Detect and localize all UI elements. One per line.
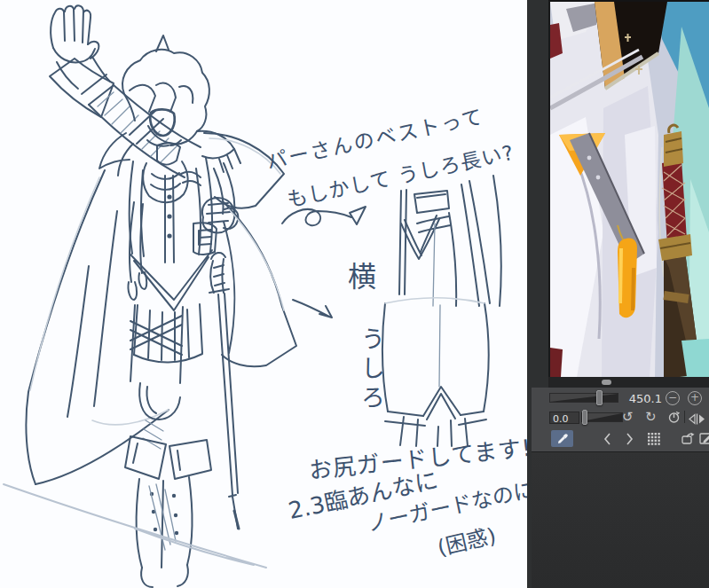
annotation-label-side-view: 横: [348, 254, 376, 294]
annotation-label-back-view: うしろ: [354, 326, 389, 414]
subview-horizontal-scrollbar[interactable]: [548, 377, 709, 388]
drawing-canvas[interactable]: パーさんのベストって もしかして うしろ長い? 横 うしろ お尻ガードしてます!…: [0, 0, 527, 588]
subview-controls: 450.1 − + 0.0 ↺ ↻: [532, 388, 709, 451]
grid-icon: [648, 433, 660, 445]
rotate-ccw-button[interactable]: ↺: [622, 411, 634, 424]
rotation-slider-handle[interactable]: [582, 410, 587, 425]
edit-icon: [699, 431, 709, 445]
reset-rotation-icon: [667, 411, 681, 424]
flip-horizontal-icon: [689, 413, 705, 425]
reset-rotation-button[interactable]: [667, 411, 681, 427]
paint-app-window: パーさんのベストって もしかして うしろ長い? 横 うしろ お尻ガードしてます!…: [0, 0, 709, 588]
edit-image-button[interactable]: [699, 431, 709, 449]
zoom-slider-handle[interactable]: [596, 390, 603, 405]
reference-artwork: [550, 2, 709, 377]
subview-reference-image[interactable]: [548, 0, 709, 377]
eyedropper-icon: [556, 433, 569, 445]
eyedropper-button[interactable]: [551, 430, 573, 447]
zoom-slider[interactable]: [549, 393, 618, 403]
scrollbar-thumb[interactable]: [602, 380, 611, 385]
subview-palette: 450.1 − + 0.0 ↺ ↻: [527, 0, 709, 588]
zoom-value: 450.1: [626, 392, 662, 405]
next-image-button[interactable]: [626, 432, 634, 449]
import-canvas-icon: [681, 431, 695, 445]
previous-image-button[interactable]: [603, 432, 611, 449]
flip-horizontal-button[interactable]: [689, 412, 705, 428]
zoom-in-button[interactable]: +: [688, 391, 702, 405]
import-to-canvas-button[interactable]: [681, 431, 695, 449]
zoom-out-button[interactable]: −: [666, 391, 680, 405]
rotation-input[interactable]: 0.0: [549, 412, 579, 424]
palette-empty-area: [532, 451, 709, 588]
rotate-cw-button[interactable]: ↻: [645, 411, 657, 424]
rotation-slider[interactable]: [581, 412, 623, 422]
chevron-left-icon: [603, 433, 611, 445]
thumbnail-grid-button[interactable]: [648, 432, 660, 449]
controls-separator: [684, 411, 685, 423]
chevron-right-icon: [626, 433, 634, 445]
